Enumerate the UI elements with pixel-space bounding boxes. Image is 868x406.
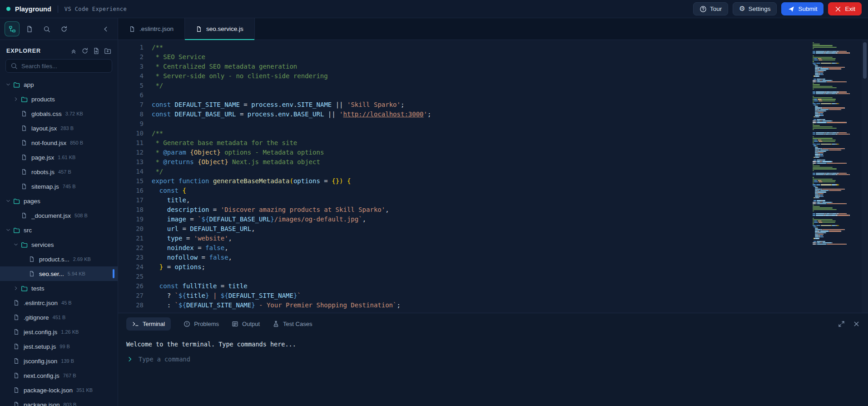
tree-item-jsconfig.json[interactable]: jsconfig.json139 B: [0, 354, 118, 368]
scrollbar-thumb[interactable]: [863, 42, 867, 79]
tab-seo.service.js[interactable]: seo.service.js: [185, 18, 255, 40]
code-line[interactable]: 20 url = DEFAULT_BASE_URL,: [118, 224, 811, 234]
code-line[interactable]: 12 * @param {Object} options - Metadata …: [118, 148, 811, 157]
code-line[interactable]: 1/**: [118, 43, 811, 52]
tree-item-globals.css[interactable]: globals.css3.72 KB: [0, 106, 118, 121]
tree-item-package.json[interactable]: package.json803 B: [0, 397, 118, 406]
tree-item-_document.jsx[interactable]: _document.jsx508 B: [0, 208, 118, 223]
exit-button[interactable]: Exit: [828, 2, 862, 15]
tree-item-src[interactable]: src: [0, 223, 118, 237]
file-explorer-button[interactable]: [5, 21, 20, 36]
line-number: 24: [118, 262, 144, 272]
terminal-content[interactable]: Welcome to the terminal. Type commands h…: [118, 334, 868, 406]
chevron-down-icon[interactable]: [5, 227, 13, 233]
new-file-icon[interactable]: [93, 47, 100, 55]
file-size: 283 B: [60, 125, 74, 131]
file-size: 745 B: [63, 184, 76, 189]
chevron-down-icon[interactable]: [13, 242, 21, 247]
tree-item-pages[interactable]: pages: [0, 194, 118, 208]
line-number: 5: [118, 81, 144, 90]
code-line[interactable]: 25: [118, 272, 811, 281]
tree-item-jest.setup.js[interactable]: jest.setup.js99 B: [0, 339, 118, 354]
tree-item-sitemap.js[interactable]: sitemap.js745 B: [0, 179, 118, 194]
collapse-sidebar-button[interactable]: [98, 21, 113, 36]
code-line[interactable]: 15export function generateBaseMetadata(o…: [118, 176, 811, 186]
code-line[interactable]: 5 */: [118, 81, 811, 90]
tree-item-next.config.js[interactable]: next.config.js767 B: [0, 368, 118, 383]
code-line[interactable]: 6: [118, 90, 811, 100]
file-name: product.s...: [39, 256, 69, 263]
expand-panel-icon[interactable]: [838, 321, 845, 327]
code-line[interactable]: 19 image = `${DEFAULT_BASE_URL}/images/o…: [118, 215, 811, 224]
tree-item-.eslintrc.json[interactable]: .eslintrc.json45 B: [0, 296, 118, 310]
chevron-right-icon[interactable]: [13, 96, 21, 102]
settings-button[interactable]: ⚙ Settings: [733, 2, 777, 15]
tree-item-products[interactable]: products: [0, 92, 118, 106]
search-button[interactable]: [39, 21, 54, 36]
panel-tab-output[interactable]: Output: [232, 321, 260, 327]
line-number: 10: [118, 129, 144, 138]
tree-item-robots.js[interactable]: robots.js457 B: [0, 165, 118, 179]
terminal-prompt[interactable]: Type a command: [126, 356, 860, 363]
file-size: 1.26 KB: [61, 329, 79, 335]
new-folder-icon[interactable]: [104, 47, 111, 55]
tree-item-services[interactable]: services: [0, 237, 118, 252]
tree-item-page.jsx[interactable]: page.jsx1.61 KB: [0, 150, 118, 165]
collapse-all-icon[interactable]: [70, 47, 77, 55]
open-editors-button[interactable]: [22, 21, 37, 36]
code-line[interactable]: 14 */: [118, 167, 811, 176]
editor-scrollbar[interactable]: [862, 40, 868, 313]
code-line[interactable]: 11 * Generate base metadata for the site: [118, 138, 811, 148]
tree-item-layout.jsx[interactable]: layout.jsx283 B: [0, 121, 118, 135]
chevron-right-icon[interactable]: [13, 286, 21, 291]
file-icon: [29, 256, 38, 262]
panel-tab-label: Problems: [194, 321, 219, 327]
code-line[interactable]: 22 noindex = false,: [118, 243, 811, 253]
panel-tab-test-cases[interactable]: Test Cases: [273, 321, 312, 327]
code-line[interactable]: 2 * SEO Service: [118, 52, 811, 62]
refresh-button[interactable]: [56, 21, 71, 36]
tree-item-seo.ser...[interactable]: seo.ser...5.94 KB: [0, 266, 118, 281]
minimap[interactable]: [811, 40, 862, 313]
chevron-down-icon[interactable]: [5, 198, 13, 204]
file-name: page.jsx: [31, 154, 54, 161]
activity-bar: [0, 18, 118, 40]
tour-button[interactable]: Tour: [693, 2, 728, 15]
tree-item-jest.config.js[interactable]: jest.config.js1.26 KB: [0, 325, 118, 339]
close-panel-icon[interactable]: [853, 321, 860, 327]
code-line[interactable]: 23 nofollow = false,: [118, 253, 811, 262]
file-size: 3.72 KB: [65, 111, 83, 116]
code-line[interactable]: 4 * Server-side only - no client-side re…: [118, 71, 811, 81]
tree-item-app[interactable]: app: [0, 77, 118, 92]
code-line[interactable]: 9: [118, 119, 811, 129]
code-line[interactable]: 24 } = options;: [118, 262, 811, 272]
tour-button-label: Tour: [710, 5, 722, 12]
panel-tab-problems[interactable]: Problems: [184, 321, 219, 327]
file-name: .gitignore: [24, 314, 49, 321]
code-line[interactable]: 26 const fullTitle = title: [118, 281, 811, 291]
submit-button[interactable]: Submit: [781, 2, 823, 15]
line-number: 4: [118, 71, 144, 81]
tree-item-.gitignore[interactable]: .gitignore451 B: [0, 310, 118, 325]
code-line[interactable]: 18 description = 'Discover amazing produ…: [118, 205, 811, 215]
code-line[interactable]: 10/**: [118, 129, 811, 138]
tree-item-product.s...[interactable]: product.s...2.69 KB: [0, 252, 118, 266]
code-line[interactable]: 13 * @returns {Object} Next.js metadata …: [118, 157, 811, 167]
code-line[interactable]: 16 const {: [118, 186, 811, 195]
panel-tab-terminal[interactable]: Terminal: [126, 317, 171, 331]
code-editor[interactable]: 1/**2 * SEO Service3 * Centralized SEO m…: [118, 40, 811, 313]
code-line[interactable]: 3 * Centralized SEO metadata generation: [118, 62, 811, 71]
code-line[interactable]: 17 title,: [118, 195, 811, 205]
tab-.eslintrc.json[interactable]: .eslintrc.json: [118, 18, 185, 40]
tree-item-package-lock.json[interactable]: package-lock.json351 KB: [0, 383, 118, 397]
chevron-down-icon[interactable]: [5, 82, 13, 87]
code-line[interactable]: 28 : `${DEFAULT_SITE_NAME} - Your Premie…: [118, 301, 811, 310]
code-line[interactable]: 7const DEFAULT_SITE_NAME = process.env.S…: [118, 100, 811, 110]
code-line[interactable]: 27 ? `${title} | ${DEFAULT_SITE_NAME}`: [118, 291, 811, 301]
tree-item-tests[interactable]: tests: [0, 281, 118, 296]
tree-item-not-found.jsx[interactable]: not-found.jsx850 B: [0, 135, 118, 150]
search-input[interactable]: [21, 63, 107, 70]
code-line[interactable]: 8const DEFAULT_BASE_URL = process.env.BA…: [118, 110, 811, 119]
refresh-icon[interactable]: [81, 47, 89, 55]
code-line[interactable]: 21 type = 'website',: [118, 234, 811, 243]
